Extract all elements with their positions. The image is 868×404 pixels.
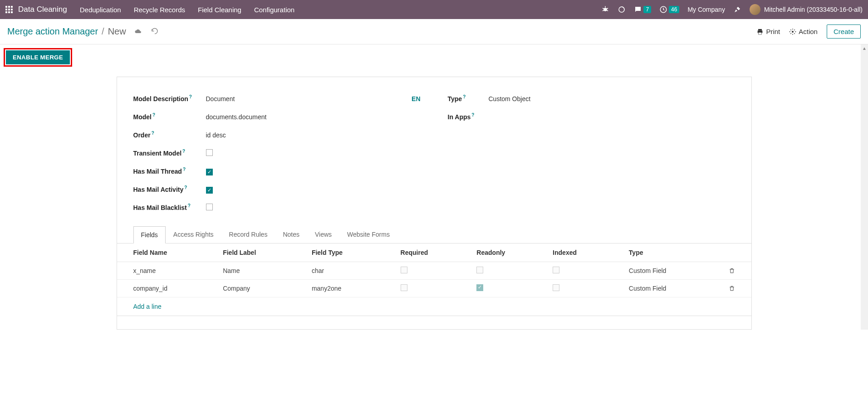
label-mail-thread: Has Mail Thread?: [133, 168, 206, 175]
th-indexed[interactable]: Indexed: [548, 243, 624, 262]
menu-recycle[interactable]: Recycle Records: [134, 6, 185, 14]
cell-ftype: Custom Field: [624, 262, 724, 280]
help-icon[interactable]: ?: [152, 112, 155, 117]
enable-merge-button[interactable]: ENABLE MERGE: [6, 50, 70, 64]
support-icon[interactable]: [618, 5, 626, 14]
bug-icon[interactable]: [601, 5, 609, 14]
tab-fields[interactable]: Fields: [133, 226, 166, 243]
breadcrumb-current: New: [108, 26, 126, 37]
th-field-name[interactable]: Field Name: [117, 243, 219, 262]
th-field-type[interactable]: Field Type: [307, 243, 396, 262]
status-bar: ENABLE MERGE: [0, 44, 868, 70]
label-order: Order?: [133, 131, 206, 139]
help-icon[interactable]: ?: [189, 94, 192, 99]
user-menu[interactable]: Mitchell Admin (20333450-16-0-all): [764, 6, 863, 13]
scrollbar[interactable]: ▲: [861, 44, 868, 330]
activities-icon[interactable]: 46: [659, 5, 679, 14]
add-line-link[interactable]: Add a line: [133, 303, 162, 310]
menu-configuration[interactable]: Configuration: [254, 6, 294, 14]
breadcrumb-separator: /: [102, 26, 104, 37]
action-button[interactable]: Action: [789, 28, 818, 35]
form-sheet: Model Description? Document EN Model? do…: [117, 77, 752, 330]
svg-rect-6: [5, 11, 7, 13]
help-icon[interactable]: ?: [188, 203, 191, 208]
cell-ftype: Custom Field: [624, 280, 724, 297]
scroll-up-icon[interactable]: ▲: [861, 44, 868, 52]
table-footer: [117, 316, 751, 329]
label-transient: Transient Model?: [133, 150, 206, 157]
tab-notes[interactable]: Notes: [275, 226, 307, 243]
value-model-description[interactable]: Document EN: [206, 95, 421, 102]
lang-badge[interactable]: EN: [412, 95, 420, 102]
top-nav: Data Cleaning Deduplication Recycle Reco…: [0, 0, 868, 19]
table-row[interactable]: x_name Name char Custom Field: [117, 262, 751, 280]
value-order[interactable]: id desc: [206, 131, 421, 139]
messages-icon[interactable]: 7: [634, 5, 651, 14]
checkbox-required[interactable]: [401, 284, 407, 291]
checkbox-indexed[interactable]: [553, 267, 559, 273]
cell-field-label: Company: [218, 280, 307, 297]
company-switcher[interactable]: My Company: [687, 6, 725, 13]
checkbox-mail-blacklist[interactable]: [206, 204, 213, 210]
action-label: Action: [799, 28, 818, 35]
create-button[interactable]: Create: [827, 24, 861, 39]
cell-field-type: char: [307, 262, 396, 280]
svg-rect-3: [5, 9, 7, 10]
menu-deduplication[interactable]: Deduplication: [80, 6, 121, 14]
messages-badge: 7: [643, 6, 651, 13]
svg-rect-17: [758, 29, 762, 30]
label-mail-blacklist: Has Mail Blacklist?: [133, 204, 206, 211]
breadcrumb: Merge action Manager / New: [7, 26, 159, 37]
print-button[interactable]: Print: [756, 28, 780, 35]
svg-rect-8: [11, 11, 13, 13]
tab-record-rules[interactable]: Record Rules: [221, 226, 275, 243]
help-icon[interactable]: ?: [471, 112, 474, 117]
cell-field-type: many2one: [307, 280, 396, 297]
delete-row-icon[interactable]: [724, 262, 751, 280]
checkbox-readonly[interactable]: [476, 267, 483, 273]
help-icon[interactable]: ?: [152, 131, 154, 136]
tools-icon[interactable]: [733, 5, 741, 14]
help-icon[interactable]: ?: [463, 94, 466, 99]
app-name[interactable]: Data Cleaning: [18, 5, 67, 14]
avatar[interactable]: [750, 4, 760, 15]
cell-field-label: Name: [218, 262, 307, 280]
form-col-right: Type? Custom Object In Apps?: [448, 90, 735, 217]
checkbox-readonly[interactable]: [476, 284, 483, 291]
print-label: Print: [766, 28, 780, 35]
help-icon[interactable]: ?: [184, 185, 187, 190]
tab-views[interactable]: Views: [307, 226, 339, 243]
tab-access-rights[interactable]: Access Rights: [166, 226, 221, 243]
delete-row-icon[interactable]: [724, 280, 751, 297]
svg-rect-4: [8, 9, 10, 10]
checkbox-indexed[interactable]: [553, 284, 559, 291]
th-type[interactable]: Type: [624, 243, 724, 262]
value-type: Custom Object: [489, 95, 735, 102]
th-required[interactable]: Required: [396, 243, 472, 262]
cloud-icon[interactable]: [134, 28, 142, 36]
help-icon[interactable]: ?: [182, 149, 185, 154]
form-col-left: Model Description? Document EN Model? do…: [133, 90, 421, 217]
notebook-tabs: Fields Access Rights Record Rules Notes …: [133, 226, 735, 243]
apps-icon[interactable]: [5, 6, 13, 13]
breadcrumb-back[interactable]: Merge action Manager: [7, 26, 98, 37]
menu-field-cleaning[interactable]: Field Cleaning: [198, 6, 241, 14]
discard-icon[interactable]: [151, 28, 159, 36]
svg-rect-1: [8, 6, 10, 8]
cell-field-name: x_name: [117, 262, 219, 280]
svg-rect-7: [8, 11, 10, 13]
tab-website-forms[interactable]: Website Forms: [339, 226, 397, 243]
th-readonly[interactable]: Readonly: [472, 243, 548, 262]
label-mail-activity: Has Mail Activity?: [133, 186, 206, 193]
svg-rect-19: [759, 32, 762, 34]
th-field-label[interactable]: Field Label: [218, 243, 307, 262]
table-row[interactable]: company_id Company many2one Custom Field: [117, 280, 751, 297]
fields-table: Field Name Field Label Field Type Requir…: [117, 243, 751, 329]
checkbox-mail-thread[interactable]: [206, 169, 213, 175]
checkbox-mail-activity[interactable]: [206, 187, 213, 194]
help-icon[interactable]: ?: [183, 167, 186, 172]
checkbox-transient[interactable]: [206, 149, 213, 156]
checkbox-required[interactable]: [401, 267, 407, 273]
svg-rect-0: [5, 6, 7, 8]
value-model[interactable]: documents.document: [206, 113, 421, 121]
